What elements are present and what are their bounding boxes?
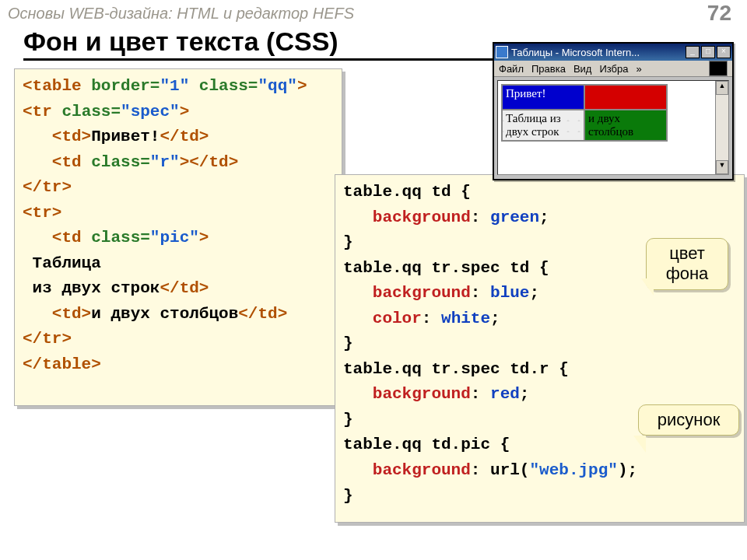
vertical-scrollbar[interactable]: ▲ ▼ [715, 81, 728, 174]
window-controls: _ □ × [686, 46, 731, 58]
slide-header: Основы WEB-дизайна: HTML и редактор HEFS… [0, 0, 747, 25]
table-row: Таблица из двух строк и двух столбцов [502, 110, 667, 141]
browser-titlebar: Таблицы - Microsoft Intern... _ □ × [494, 44, 732, 61]
browser-menubar: Файл Правка Вид Избра » [494, 61, 732, 77]
ie-icon [496, 46, 508, 58]
cell-green: и двух столбцов [584, 110, 667, 141]
html-code-block: <table border="1" class="qq"> <tr class=… [14, 68, 342, 406]
callout-tail-icon [633, 436, 646, 453]
maximize-button[interactable]: □ [701, 46, 715, 58]
callout-picture: рисунок [638, 404, 739, 436]
callout-tail-icon [641, 278, 654, 296]
callout-bg-color: цвет фона [646, 238, 728, 290]
demo-table: Привет! Таблица из двух строк и двух сто… [501, 84, 668, 142]
menu-more[interactable]: » [637, 63, 642, 75]
page-number: 72 [707, 1, 731, 26]
browser-title: Таблицы - Microsoft Intern... [511, 47, 640, 58]
browser-viewport: Привет! Таблица из двух строк и двух сто… [497, 80, 729, 175]
browser-window: Таблицы - Microsoft Intern... _ □ × Файл… [493, 42, 734, 180]
close-button[interactable]: × [717, 46, 731, 58]
scroll-track[interactable] [716, 95, 728, 160]
menu-favorites[interactable]: Избра [599, 63, 628, 75]
css-code-block: table.qq td { background: green; } table… [335, 174, 745, 523]
throbber-icon [709, 61, 728, 76]
scroll-down-icon[interactable]: ▼ [716, 160, 728, 174]
cell-blue: Привет! [502, 85, 584, 110]
menu-edit[interactable]: Правка [531, 63, 566, 75]
cell-red [584, 85, 667, 110]
minimize-button[interactable]: _ [686, 46, 700, 58]
table-row: Привет! [502, 85, 667, 110]
cell-web-bg: Таблица из двух строк [502, 110, 584, 141]
menu-file[interactable]: Файл [499, 63, 524, 75]
course-subtitle: Основы WEB-дизайна: HTML и редактор HEFS [8, 5, 354, 23]
menu-view[interactable]: Вид [573, 63, 592, 75]
scroll-up-icon[interactable]: ▲ [716, 81, 728, 95]
